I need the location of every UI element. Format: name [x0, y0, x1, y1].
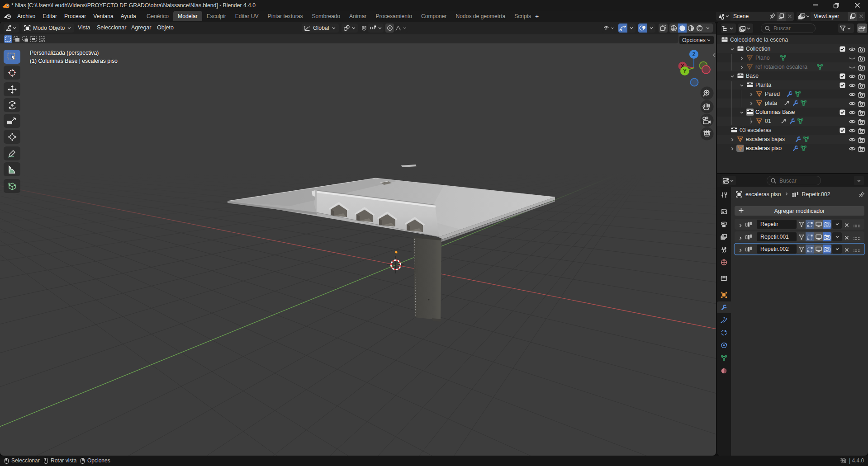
svg-text:Y: Y	[683, 68, 687, 74]
svg-text:Z: Z	[693, 52, 696, 57]
